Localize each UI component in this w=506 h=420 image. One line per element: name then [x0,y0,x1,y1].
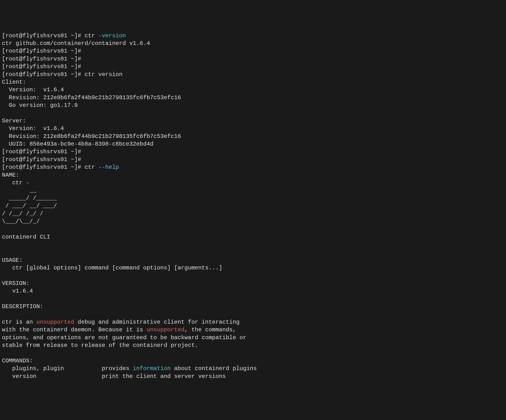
output-line: UUID: 856e493a-bc9e-4b8a-8398-c8bce32ebd… [2,141,153,147]
prompt: [root@flyfishsrvs01 ~]# [2,48,85,54]
output-text: plugins, plugin provides [2,365,133,372]
terminal-output[interactable]: [root@flyfishsrvs01 ~]# ctr -version ctr… [2,32,504,381]
output-text: about containerd plugins [171,365,257,372]
command-text: ctr [85,164,99,171]
command-flag: -version [98,33,126,39]
output-text: debug and administrative client for inte… [74,319,239,325]
output-line: VERSION: [2,280,29,287]
output-line: ctr [global options] command [command op… [2,265,222,271]
prompt: [root@flyfishsrvs01 ~]# [2,156,85,163]
output-line: Revision: 212e8b6fa2f44b9c21b2798135fc6f… [2,133,181,140]
output-line: USAGE: [2,257,22,263]
prompt: [root@flyfishsrvs01 ~]# [2,148,85,155]
output-line: v1.6.4 [2,288,33,294]
prompt: [root@flyfishsrvs01 ~]# [2,164,85,171]
output-line: DESCRIPTION: [2,303,43,310]
output-line: Version: v1.6.4 [2,125,64,132]
highlighted-word: information [133,365,171,372]
highlighted-word: unsupported [36,319,74,325]
output-line: Go version: go1.17.9 [2,102,78,109]
prompt: [root@flyfishsrvs01 ~]# [2,56,85,62]
output-text: with the containerd daemon. Because it i… [2,327,146,333]
output-line: ctr github.com/containerd/containerd v1.… [2,40,150,47]
output-line: NAME: [2,172,19,178]
output-text: , the commands, [184,327,236,333]
prompt: [root@flyfishsrvs01 ~]# [2,71,85,78]
output-line: version print the client and server vers… [2,373,226,380]
command-text: ctr version [85,71,122,78]
output-line: Client: [2,79,26,85]
output-line: containerd CLI [2,234,50,240]
output-line: Revision: 212e8b6fa2f44b9c21b2798135fc6f… [2,94,181,101]
ascii-art: __ _____/ /______ / ___/ __/ ___/ / /__/… [2,187,57,225]
output-line: stable from release to release of the co… [2,342,198,348]
output-text: ctr is an [2,319,36,325]
command-text: ctr [85,33,99,39]
command-flag: --help [98,164,119,171]
highlighted-word: unsupported [146,327,184,333]
prompt: [root@flyfishsrvs01 ~]# [2,63,85,70]
output-line: options, and operations are not guarante… [2,335,246,341]
prompt: [root@flyfishsrvs01 ~]# [2,33,85,39]
output-line: Server: [2,118,26,124]
output-line: Version: v1.6.4 [2,86,64,93]
output-line: ctr - [2,179,29,186]
output-line: COMMANDS: [2,358,33,364]
